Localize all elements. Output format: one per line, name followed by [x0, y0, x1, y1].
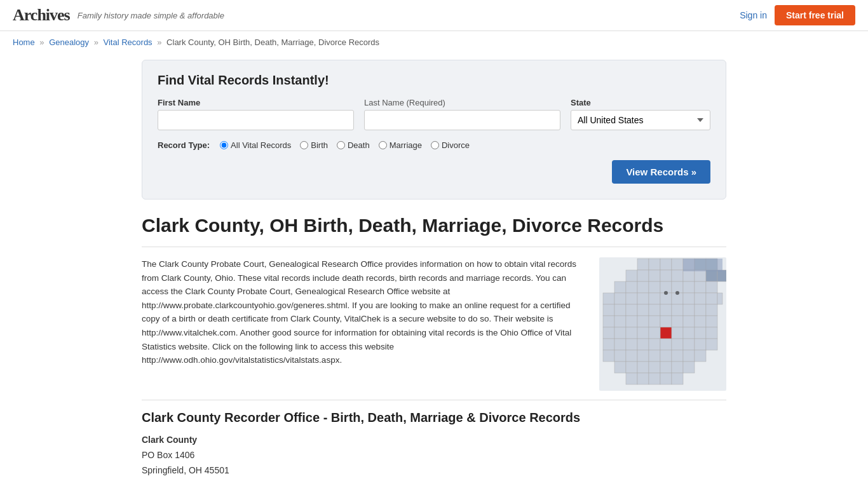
- last-name-input[interactable]: [364, 110, 560, 130]
- svg-rect-88: [637, 362, 649, 373]
- svg-rect-93: [626, 373, 637, 384]
- first-name-input[interactable]: [158, 110, 354, 130]
- search-box: Find Vital Records Instantly! First Name…: [142, 60, 726, 200]
- svg-rect-83: [672, 350, 683, 362]
- content-divider-2: [142, 400, 726, 400]
- svg-rect-74: [683, 339, 695, 350]
- svg-rect-40: [637, 304, 649, 316]
- site-header: Archives Family history made simple & af…: [0, 0, 868, 31]
- svg-rect-25: [706, 281, 717, 293]
- search-btn-row: View Records »: [158, 160, 710, 184]
- svg-rect-59: [614, 327, 626, 339]
- svg-rect-71: [649, 339, 660, 350]
- svg-rect-23: [683, 281, 695, 293]
- svg-rect-17: [614, 281, 626, 293]
- svg-rect-86: [614, 362, 626, 373]
- breadcrumb-sep-2: »: [94, 37, 98, 47]
- svg-rect-24: [695, 281, 706, 293]
- svg-rect-75: [695, 339, 706, 350]
- radio-death-input[interactable]: [337, 141, 345, 149]
- svg-point-99: [664, 291, 668, 295]
- breadcrumb-sep-1: »: [39, 37, 44, 47]
- svg-rect-35: [706, 293, 717, 304]
- body-text: The Clark County Probate Court, Genealog…: [142, 257, 587, 384]
- breadcrumb-current: Clark County, OH Birth, Death, Marriage,…: [166, 37, 379, 47]
- radio-divorce-input[interactable]: [431, 141, 439, 149]
- svg-rect-98: [683, 259, 722, 271]
- svg-rect-11: [660, 270, 672, 281]
- svg-rect-45: [695, 304, 706, 316]
- svg-rect-47: [603, 316, 614, 327]
- svg-rect-70: [637, 339, 649, 350]
- svg-rect-3: [660, 259, 672, 270]
- svg-rect-58: [603, 327, 614, 339]
- address-block: Clark County PO Box 1406 Springfield, OH…: [142, 433, 726, 478]
- radio-all-vital-label: All Vital Records: [231, 140, 291, 150]
- svg-rect-12: [672, 270, 683, 281]
- svg-rect-76: [706, 339, 717, 350]
- last-name-label: Last Name (Required): [364, 98, 560, 107]
- svg-rect-82: [660, 350, 672, 362]
- state-label: State: [571, 98, 710, 107]
- radio-marriage-label: Marriage: [390, 140, 422, 150]
- svg-rect-91: [672, 362, 683, 373]
- svg-rect-10: [649, 270, 660, 281]
- section2-heading: Clark County Recorder Office - Birth, De…: [142, 410, 726, 425]
- breadcrumb-home[interactable]: Home: [13, 37, 35, 47]
- svg-rect-37: [603, 304, 614, 316]
- radio-divorce-label: Divorce: [442, 140, 470, 150]
- sign-in-link[interactable]: Sign in: [740, 10, 767, 20]
- svg-rect-67: [603, 339, 614, 350]
- svg-rect-26: [603, 293, 614, 304]
- svg-rect-39: [626, 304, 637, 316]
- svg-rect-41: [649, 304, 660, 316]
- content-divider: [142, 247, 726, 247]
- svg-rect-34: [695, 293, 706, 304]
- svg-rect-8: [626, 270, 637, 281]
- header-logo-area: Archives Family history made simple & af…: [13, 6, 224, 25]
- svg-rect-68: [614, 339, 626, 350]
- radio-divorce[interactable]: Divorce: [431, 140, 470, 150]
- view-records-button[interactable]: View Records »: [612, 160, 710, 184]
- start-trial-button[interactable]: Start free trial: [775, 5, 855, 25]
- svg-rect-79: [626, 350, 637, 362]
- breadcrumb-vital-records[interactable]: Vital Records: [104, 37, 153, 47]
- breadcrumb-genealogy[interactable]: Genealogy: [49, 37, 89, 47]
- svg-rect-36: [717, 293, 722, 304]
- svg-rect-44: [683, 304, 695, 316]
- svg-rect-55: [683, 316, 695, 327]
- svg-rect-94: [637, 373, 649, 384]
- svg-rect-9: [637, 270, 649, 281]
- svg-rect-33: [683, 293, 695, 304]
- svg-rect-43: [672, 304, 683, 316]
- svg-point-100: [675, 291, 679, 295]
- state-select[interactable]: All United States Alabama Alaska Arizona…: [571, 110, 710, 130]
- page-title: Clark County, OH Birth, Death, Marriage,…: [142, 215, 726, 236]
- content-area: The Clark County Probate Court, Genealog…: [142, 257, 726, 384]
- svg-rect-48: [614, 316, 626, 327]
- svg-rect-14: [695, 270, 706, 281]
- radio-all-vital[interactable]: All Vital Records: [220, 140, 291, 150]
- radio-marriage[interactable]: Marriage: [379, 140, 422, 150]
- svg-rect-72: [660, 339, 672, 350]
- site-tagline: Family history made simple & affordable: [78, 11, 224, 20]
- radio-marriage-input[interactable]: [379, 141, 387, 149]
- radio-birth-input[interactable]: [300, 141, 308, 149]
- svg-rect-2: [649, 259, 660, 270]
- radio-birth[interactable]: Birth: [300, 140, 328, 150]
- svg-rect-30: [649, 293, 660, 304]
- record-type-row: Record Type: All Vital Records Birth Dea…: [158, 140, 710, 150]
- search-title: Find Vital Records Instantly!: [158, 73, 710, 88]
- radio-death[interactable]: Death: [337, 140, 370, 150]
- svg-rect-96: [660, 373, 672, 384]
- record-type-label: Record Type:: [158, 140, 210, 150]
- state-field-group: State All United States Alabama Alaska A…: [571, 98, 710, 130]
- last-name-field-group: Last Name (Required): [364, 98, 560, 130]
- svg-rect-56: [695, 316, 706, 327]
- svg-rect-54: [672, 316, 683, 327]
- breadcrumb-sep-3: »: [157, 37, 161, 47]
- svg-rect-66: [706, 327, 717, 339]
- svg-rect-92: [683, 362, 695, 373]
- first-name-field-group: First Name: [158, 98, 354, 130]
- radio-all-vital-input[interactable]: [220, 141, 228, 149]
